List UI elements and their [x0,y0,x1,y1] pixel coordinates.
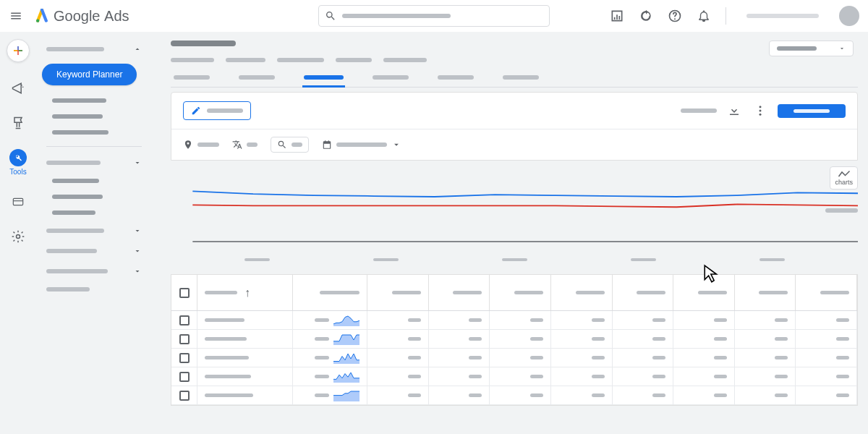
column-header[interactable] [613,275,674,310]
data-cell [796,330,857,348]
tools-nav-item[interactable]: Tools [9,149,27,176]
tab-item[interactable] [503,69,539,87]
campaigns-icon[interactable] [9,80,27,97]
download-button[interactable] [726,102,743,119]
data-cell [796,386,857,404]
language-filter[interactable] [232,140,258,150]
trend-cell [293,386,367,404]
column-header[interactable]: ↑ [197,275,293,310]
data-cell [613,386,674,404]
location-filter[interactable] [183,140,219,150]
row-checkbox[interactable] [179,353,190,363]
primary-action-button[interactable] [778,104,846,118]
nav-rail: Tools [0,32,36,434]
search-input[interactable] [318,5,550,27]
chevron-up-icon [133,45,142,54]
goals-icon[interactable] [9,114,27,132]
row-checkbox[interactable] [179,391,190,401]
network-filter[interactable] [271,137,309,153]
trend-cell [293,311,367,329]
keyword-cell[interactable] [197,330,293,348]
data-cell [551,386,613,404]
sidebar-item[interactable] [36,205,152,221]
settings-icon[interactable] [9,228,27,245]
sidebar-section[interactable] [36,241,152,261]
menu-icon[interactable] [9,9,23,23]
tab-item-active[interactable] [304,69,344,87]
keyword-planner-item[interactable]: Keyword Planner [42,64,137,85]
row-checkbox[interactable] [179,334,190,344]
table-row [171,367,857,386]
data-cell [429,349,490,367]
tab-item[interactable] [373,69,409,87]
filter-bar [171,129,857,160]
tab-item[interactable] [438,69,474,87]
keyword-cell[interactable] [197,367,293,386]
svg-rect-5 [13,198,22,205]
sidebar-section[interactable] [36,261,152,281]
date-filter[interactable] [322,140,401,150]
help-icon[interactable] [668,9,682,23]
data-cell [367,349,429,367]
tab-item[interactable] [174,69,210,87]
chart-x-axis [171,258,858,261]
row-checkbox[interactable] [179,315,190,326]
tab-item[interactable] [239,69,275,87]
keyword-cell[interactable] [197,349,293,367]
avatar[interactable] [839,6,859,26]
billing-icon[interactable] [9,193,27,210]
sidebar-item[interactable] [36,189,152,205]
chevron-down-icon [133,226,142,235]
column-header[interactable] [490,275,551,310]
page-title [171,41,236,46]
sidebar-item[interactable] [36,109,152,124]
data-cell [429,330,490,348]
data-cell [673,367,735,386]
sidebar-section[interactable] [36,281,152,297]
sidebar-section[interactable] [36,221,152,241]
divider [46,146,142,147]
data-cell [367,311,429,329]
keyword-cell[interactable] [197,311,293,329]
keyword-cell[interactable] [197,386,293,404]
data-cell [551,311,613,329]
edit-plan-button[interactable] [183,101,251,120]
column-header[interactable] [796,275,857,310]
tabs [171,69,858,88]
column-header[interactable] [551,275,613,310]
svg-point-2 [674,18,676,20]
notifications-icon[interactable] [697,9,711,23]
chart-view-toggle[interactable]: charts [830,166,858,190]
column-header[interactable] [735,275,796,310]
column-header[interactable] [673,275,735,310]
sidebar-section[interactable] [36,153,152,173]
data-cell [735,367,796,386]
trend-cell [293,349,367,367]
column-header[interactable] [293,275,367,310]
pencil-icon [191,106,201,116]
row-checkbox[interactable] [179,372,190,382]
data-cell [429,311,490,329]
data-cell [367,367,429,386]
data-cell [796,367,857,386]
toolbar-text-action[interactable] [681,109,717,113]
sidebar-item[interactable] [36,173,152,189]
refresh-icon[interactable] [639,9,653,23]
sidebar-item[interactable] [36,93,152,109]
chevron-down-icon [838,45,846,52]
overflow-menu-button[interactable] [752,102,769,119]
trend-cell [293,367,367,386]
account-dropdown[interactable] [769,41,854,56]
column-header[interactable] [429,275,490,310]
sidebar-item[interactable] [36,124,152,140]
reports-icon[interactable] [610,9,624,23]
sidebar-section[interactable] [36,39,152,59]
create-button[interactable] [7,39,30,62]
page-header [171,41,858,62]
select-all-checkbox[interactable] [179,288,190,298]
data-cell [613,349,674,367]
column-header[interactable] [367,275,429,310]
data-cell [490,349,551,367]
data-cell [367,386,429,404]
svg-point-9 [760,114,762,116]
